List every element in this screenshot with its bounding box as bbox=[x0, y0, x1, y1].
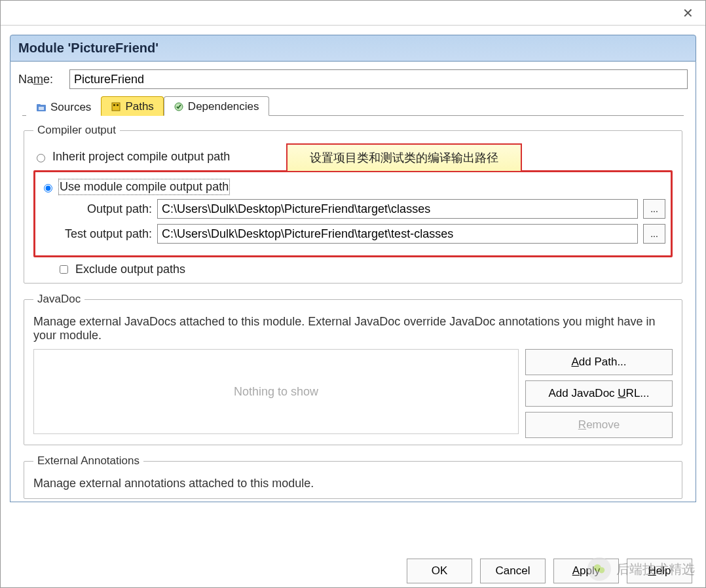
javadoc-group: JavaDoc Manage external JavaDocs attache… bbox=[24, 293, 682, 445]
annotation-callout: 设置项目类和测试类的编译输出路径 bbox=[286, 143, 522, 172]
dialog-window: ✕ Module 'PictureFriend' Name: Sources P… bbox=[0, 0, 706, 588]
tab-paths-label: Paths bbox=[125, 100, 153, 113]
dialog-button-bar: OK Cancel Apply Help bbox=[407, 559, 692, 583]
dialog-title: Module 'PictureFriend' bbox=[10, 35, 696, 62]
paths-panel: Compiler output 设置项目类和测试类的编译输出路径 Inherit… bbox=[18, 116, 688, 502]
javadoc-buttons: Add Path... Add JavaDoc URL... Remove bbox=[525, 349, 673, 438]
cancel-button[interactable]: Cancel bbox=[480, 559, 546, 583]
module-name-row: Name: bbox=[18, 69, 688, 89]
output-path-input[interactable] bbox=[157, 199, 638, 219]
use-module-radio-label: Use module compile output path bbox=[60, 180, 229, 194]
tab-dependencies[interactable]: Dependencies bbox=[164, 96, 269, 116]
svg-rect-2 bbox=[39, 107, 44, 110]
javadoc-legend: JavaDoc bbox=[33, 293, 84, 306]
compiler-output-legend: Compiler output bbox=[33, 124, 120, 137]
add-javadoc-path-button[interactable]: Add Path... bbox=[525, 349, 673, 375]
apply-button[interactable]: Apply bbox=[553, 559, 619, 583]
tab-sources[interactable]: Sources bbox=[26, 97, 101, 116]
svg-rect-3 bbox=[112, 103, 120, 111]
tab-paths[interactable]: Paths bbox=[101, 96, 163, 116]
dependencies-icon bbox=[174, 101, 184, 112]
module-name-input[interactable] bbox=[69, 69, 688, 89]
remove-javadoc-button: Remove bbox=[525, 412, 673, 438]
annotation-text: 设置项目类和测试类的编译输出路径 bbox=[310, 151, 498, 164]
svg-rect-5 bbox=[117, 104, 119, 106]
output-path-label: Output path: bbox=[41, 202, 152, 216]
help-button[interactable]: Help bbox=[627, 559, 692, 583]
compiler-output-group: Compiler output 设置项目类和测试类的编译输出路径 Inherit… bbox=[24, 124, 682, 284]
dialog-body: Name: Sources Paths Dependencies bbox=[10, 62, 696, 502]
test-output-path-row: Test output path: ... bbox=[41, 224, 665, 244]
ok-button[interactable]: OK bbox=[407, 559, 472, 583]
add-javadoc-url-button[interactable]: Add JavaDoc URL... bbox=[525, 380, 673, 407]
tab-sources-label: Sources bbox=[50, 101, 91, 114]
external-annotations-desc: Manage external annotations attached to … bbox=[33, 477, 673, 490]
exclude-output-row: Exclude output paths bbox=[57, 263, 673, 276]
test-output-path-input[interactable] bbox=[157, 224, 638, 244]
paths-icon bbox=[111, 101, 121, 112]
dialog-title-text: Module 'PictureFriend' bbox=[18, 41, 158, 55]
external-annotations-legend: External Annotations bbox=[33, 454, 143, 468]
exclude-output-checkbox[interactable] bbox=[60, 265, 68, 274]
folder-icon bbox=[36, 102, 46, 113]
tabs: Sources Paths Dependencies bbox=[22, 96, 684, 116]
javadoc-empty-text: Nothing to show bbox=[234, 385, 318, 399]
close-icon[interactable]: ✕ bbox=[682, 5, 694, 21]
svg-rect-1 bbox=[37, 104, 41, 106]
use-module-radio[interactable] bbox=[44, 184, 52, 193]
javadoc-desc: Manage external JavaDocs attached to thi… bbox=[33, 315, 673, 342]
test-output-path-browse-button[interactable]: ... bbox=[643, 224, 665, 244]
exclude-output-label: Exclude output paths bbox=[75, 263, 185, 276]
tab-dependencies-label: Dependencies bbox=[188, 100, 259, 113]
output-path-row: Output path: ... bbox=[41, 199, 665, 219]
module-name-label: Name: bbox=[18, 73, 63, 86]
javadoc-list[interactable]: Nothing to show bbox=[33, 349, 519, 434]
svg-rect-4 bbox=[113, 104, 115, 106]
inherit-radio[interactable] bbox=[37, 154, 45, 162]
use-module-radio-row: Use module compile output path bbox=[41, 180, 665, 194]
window-titlebar: ✕ bbox=[1, 1, 705, 26]
external-annotations-group: External Annotations Manage external ann… bbox=[24, 454, 682, 499]
annotation-highlight-box: Use module compile output path Output pa… bbox=[33, 170, 673, 257]
test-output-path-label: Test output path: bbox=[41, 227, 152, 241]
javadoc-main: Nothing to show Add Path... Add JavaDoc … bbox=[33, 349, 673, 438]
inherit-radio-label: Inherit project compile output path bbox=[52, 150, 230, 164]
output-path-browse-button[interactable]: ... bbox=[643, 199, 665, 219]
